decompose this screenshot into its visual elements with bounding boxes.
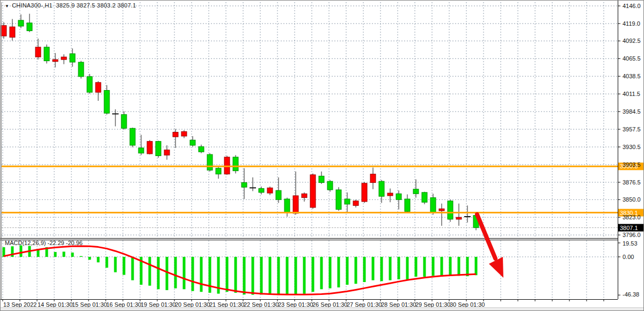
bear-candle — [156, 142, 161, 156]
macd-bar — [114, 257, 117, 272]
macd-bar — [149, 257, 151, 286]
bear-candle — [422, 192, 427, 202]
bull-candle — [1, 26, 6, 36]
bull-candle — [96, 83, 101, 92]
macd-bar — [226, 257, 229, 292]
macd-bar — [252, 257, 254, 295]
bull-candle — [61, 57, 67, 60]
bull-candle — [147, 142, 152, 154]
macd-bar — [174, 257, 177, 288]
macd-bar — [406, 257, 409, 279]
pane-frame — [1, 1, 618, 300]
bear-candle — [233, 157, 238, 171]
macd-bar — [166, 257, 169, 290]
arrow-shaft — [477, 214, 495, 258]
macd-bar — [320, 257, 323, 289]
bull-candle — [302, 194, 307, 197]
bear-candle — [27, 23, 32, 31]
macd-bar — [260, 257, 263, 294]
macd-bar — [389, 257, 392, 280]
bear-candle — [396, 194, 401, 199]
macd-bar — [441, 257, 443, 277]
macd-bar — [20, 246, 23, 257]
bear-candle — [259, 189, 264, 192]
bear-candle — [207, 154, 213, 170]
macd-bar — [71, 253, 74, 257]
bull-candle — [181, 131, 187, 136]
macd-bar — [475, 257, 478, 275]
grid-lines — [2, 2, 618, 299]
macd-bar — [355, 257, 357, 284]
price-badges: 3900.83830.13807.1 — [618, 162, 643, 231]
macd-bar — [415, 257, 418, 277]
bull-candle — [362, 183, 367, 202]
bear-candle — [284, 199, 290, 212]
macd-bar — [63, 251, 65, 257]
chart-window: 3900.83830.13807.1 ▼CHINA300-,H1 3825.9 … — [0, 0, 644, 311]
bull-candle — [370, 174, 376, 183]
bear-candle — [70, 54, 75, 62]
bull-candle — [353, 201, 358, 206]
macd-bar — [295, 257, 297, 294]
macd-bar — [277, 257, 280, 295]
bull-candle — [456, 217, 462, 219]
macd-bar — [423, 257, 426, 277]
bull-candle — [35, 47, 41, 57]
bear-candle — [379, 181, 384, 196]
macd-bar — [131, 257, 134, 280]
macd-bar — [54, 252, 57, 257]
bear-candle — [327, 181, 333, 190]
bull-candle — [10, 27, 15, 38]
macd-bar — [80, 256, 83, 257]
macd-bar — [286, 257, 289, 295]
current-price-badge-text: 3807.1 — [620, 225, 638, 231]
bull-candle — [310, 175, 316, 208]
bull-candle — [293, 196, 298, 213]
candles — [1, 14, 479, 231]
candlestick-chart-canvas[interactable]: 3900.83830.13807.1 — [1, 1, 644, 311]
macd-bar — [243, 257, 246, 294]
bear-candle — [87, 77, 92, 92]
bear-candle — [319, 176, 324, 182]
window-bottom-edge — [1, 307, 643, 310]
macd-bar — [183, 257, 186, 289]
bear-candle — [121, 115, 127, 129]
bear-candle — [104, 90, 109, 113]
bear-candle — [190, 140, 195, 145]
bear-candle — [430, 198, 436, 212]
bear-candle — [241, 183, 247, 188]
bear-candle — [216, 168, 221, 174]
macd-bar — [432, 257, 435, 276]
bull-candle — [164, 150, 170, 156]
bear-candle — [130, 128, 135, 145]
macd-bar — [338, 257, 340, 287]
macd-bar — [303, 257, 306, 294]
bear-candle — [138, 148, 144, 153]
macd-bar — [380, 257, 383, 281]
horizontal-price-lines[interactable] — [2, 166, 618, 212]
bear-candle — [44, 47, 49, 61]
bull-candle — [173, 132, 178, 137]
bear-candle — [78, 62, 84, 77]
bull-candle — [53, 60, 58, 62]
macd-bar — [466, 257, 469, 276]
macd-bar — [269, 257, 272, 295]
macd-bar — [200, 257, 203, 292]
macd-bar — [235, 257, 237, 293]
bear-candle — [199, 146, 204, 152]
macd-bar — [97, 257, 100, 262]
bull-candle — [267, 188, 273, 193]
macd-bar — [398, 257, 400, 279]
bear-candle — [336, 190, 341, 210]
bear-candle — [448, 201, 453, 219]
hline-badge-text: 3830.1 — [620, 210, 638, 216]
bull-candle — [387, 193, 393, 196]
macd-bar — [363, 257, 366, 282]
bear-candle — [345, 199, 350, 204]
bear-candle — [413, 189, 419, 194]
macd-bar — [449, 257, 452, 276]
macd-bar — [89, 257, 91, 260]
annotation-arrow[interactable] — [477, 214, 503, 278]
macd-bar — [106, 257, 108, 268]
macd-bar — [372, 257, 375, 280]
